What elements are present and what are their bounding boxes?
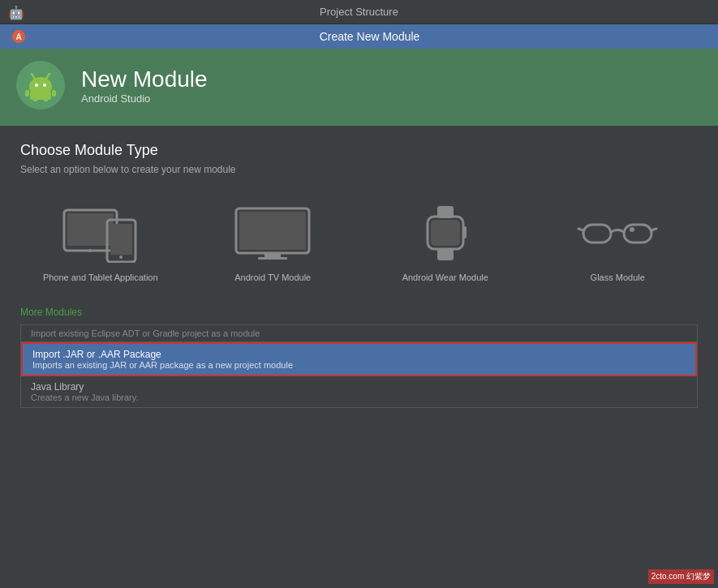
svg-rect-25 <box>583 225 611 242</box>
window-title: Project Structure <box>320 6 398 18</box>
module-title-block: New Module Android Studio <box>142 67 208 105</box>
module-card-android-wear[interactable]: Android Wear Module <box>365 191 526 290</box>
phone-tablet-label: Phone and Tablet Application <box>142 273 158 282</box>
android-wear-icon <box>401 200 490 264</box>
android-tv-label: Android TV Module <box>234 273 311 282</box>
svg-rect-23 <box>437 248 454 260</box>
choose-module-type-subtitle: Select an option below to create your ne… <box>142 164 698 175</box>
list-item-java-library[interactable]: Java Library Creates a new Java library. <box>142 376 697 407</box>
phone-tablet-icon <box>142 200 145 264</box>
svg-rect-26 <box>624 225 651 242</box>
main-layout: + − SDK Location Project Modules m appwi… <box>0 24 718 588</box>
android-wear-svg <box>405 202 486 263</box>
module-card-phone-tablet[interactable]: Phone and Tablet Application <box>142 191 181 290</box>
choose-module-type-title: Choose Module Type <box>142 142 698 159</box>
svg-line-28 <box>651 229 656 230</box>
import-jar-name: Import .JAR or .AAR Package <box>142 349 686 360</box>
module-card-glass[interactable]: Glass Module <box>538 191 699 290</box>
list-item-import-jar-aar[interactable]: Import .JAR or .AAR Package Imports an e… <box>142 342 697 376</box>
glass-icon <box>573 200 662 264</box>
modal-header-bar: A Create New Module <box>142 24 718 49</box>
title-bar: 🤖 Project Structure <box>0 0 718 24</box>
svg-rect-19 <box>258 257 287 260</box>
module-subtitle: Android Studio <box>142 92 208 105</box>
list-item-import-eclipse[interactable]: Import existing Eclipse ADT or Gradle pr… <box>142 325 697 342</box>
android-tv-svg <box>232 202 313 263</box>
android-wear-label: Android Wear Module <box>402 273 488 282</box>
modal-content: Choose Module Type Select an option belo… <box>142 126 718 588</box>
content-area: Properties Signing Flavors Build Types D… <box>142 24 718 588</box>
module-list: Import existing Eclipse ADT or Gradle pr… <box>142 324 698 408</box>
create-new-module-modal: A Create New Module <box>142 24 718 588</box>
app-logo: 🤖 <box>8 5 23 19</box>
module-type-grid: Phone and Tablet Application <box>142 191 698 290</box>
svg-rect-22 <box>431 220 460 246</box>
modal-green-header: New Module Android Studio <box>142 49 718 126</box>
svg-rect-24 <box>463 226 466 238</box>
watermark: 2cto.com 幻紫梦 <box>648 569 714 584</box>
module-title: New Module <box>142 67 208 92</box>
svg-line-27 <box>578 229 583 230</box>
import-jar-desc: Imports an existing JAR or AAR package a… <box>142 360 686 370</box>
java-library-desc: Creates a new Java library. <box>142 393 687 402</box>
svg-point-29 <box>630 227 634 232</box>
java-library-name: Java Library <box>142 381 687 393</box>
modal-header-title: Create New Module <box>142 30 706 43</box>
android-tv-icon <box>228 200 317 264</box>
module-card-android-tv[interactable]: Android TV Module <box>193 191 354 290</box>
glass-svg <box>577 202 658 263</box>
more-modules-header[interactable]: More Modules <box>142 307 698 318</box>
svg-rect-17 <box>239 212 306 250</box>
glass-label: Glass Module <box>591 273 645 282</box>
